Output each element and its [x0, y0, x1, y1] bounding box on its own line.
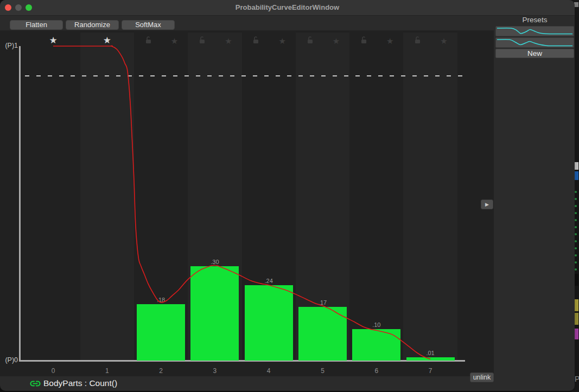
background-dot: [575, 212, 577, 214]
grid-column-band: [349, 33, 403, 361]
bar-value-label: .18: [145, 297, 177, 303]
star-icon[interactable]: ★: [382, 36, 398, 46]
background-fragment: [574, 329, 578, 339]
bar-value-label: .10: [360, 322, 393, 328]
star-icon[interactable]: ★: [328, 36, 345, 46]
lock-icon[interactable]: [414, 36, 421, 46]
background-dot: [575, 219, 577, 221]
probability-bar[interactable]: [352, 329, 400, 361]
background-dot: [575, 247, 577, 249]
x-tick-label: 0: [42, 367, 64, 375]
grid-column-band: [403, 33, 457, 361]
bar-value-label: .24: [252, 278, 285, 284]
bar-value-label: .01: [414, 350, 447, 356]
bar-value-label: .30: [199, 259, 231, 265]
probability-bar[interactable]: [137, 304, 185, 361]
background-fragment: [574, 2, 578, 7]
preset-curve-thumbnail: [496, 38, 574, 47]
y-axis-bottom-label: (P)0: [0, 356, 18, 364]
pinned-star-icon[interactable]: ★: [45, 36, 61, 45]
star-icon[interactable]: ★: [274, 36, 290, 46]
probability-bar[interactable]: [245, 285, 293, 361]
preset-curve-button-2[interactable]: [495, 37, 574, 48]
grid-column-band: [26, 33, 80, 361]
star-icon[interactable]: ★: [436, 36, 452, 46]
background-fragment: [574, 274, 578, 286]
window-title: ProbabilityCurveEditorWindow: [0, 0, 575, 15]
presets-title: Presets: [495, 16, 574, 24]
randomize-button[interactable]: Randomize: [66, 20, 119, 30]
desktop: P ProbabilityCurveEditorWindow Flatten R…: [0, 0, 579, 392]
y-axis-top-label: (P)1: [0, 42, 18, 49]
background-dot: [575, 261, 577, 264]
x-tick-label: 3: [204, 367, 226, 375]
background-dot: [575, 240, 577, 242]
x-tick-label: 7: [419, 367, 441, 375]
probability-chart-canvas[interactable]: ▶ (P)1(P)001234567.18.30.24.17.10.01★★★★…: [0, 30, 494, 376]
lock-icon[interactable]: [145, 36, 152, 46]
x-tick-label: 5: [312, 367, 334, 375]
new-preset-button[interactable]: New: [495, 49, 574, 58]
unlink-button[interactable]: unlink: [470, 372, 494, 382]
expand-arrow-button[interactable]: ▶: [481, 200, 493, 209]
link-icon: [30, 380, 41, 388]
background-fragment: [574, 171, 578, 180]
play-arrow-icon: ▶: [485, 202, 489, 207]
background-dot: [575, 254, 577, 256]
lock-icon[interactable]: [360, 36, 367, 46]
grid-column-band: [80, 33, 134, 361]
background-dot: [575, 268, 577, 271]
bar-value-label: .17: [307, 299, 339, 306]
preset-curve-button-1[interactable]: [495, 26, 574, 36]
y-axis-line: [19, 46, 21, 361]
probability-bar[interactable]: [298, 307, 347, 361]
star-icon[interactable]: ★: [220, 36, 237, 46]
x-tick-label: 4: [258, 367, 279, 375]
background-dot: [575, 205, 577, 207]
lock-icon[interactable]: [199, 36, 206, 46]
star-icon[interactable]: ★: [167, 36, 183, 46]
distribution-binding[interactable]: BodyParts : Count(): [30, 378, 117, 389]
background-dot: [575, 198, 577, 200]
background-dot: [575, 233, 577, 235]
x-tick-label: 6: [366, 367, 387, 375]
lock-icon[interactable]: [252, 36, 259, 46]
title-bar[interactable]: ProbabilityCurveEditorWindow: [0, 0, 575, 16]
background-partial-text: P: [575, 375, 579, 383]
pinned-star-icon[interactable]: ★: [99, 36, 115, 45]
probability-one-dashed-line: [25, 75, 462, 76]
softmax-button[interactable]: SoftMax: [122, 20, 175, 30]
lock-icon[interactable]: [307, 36, 314, 46]
preset-curve-thumbnail: [496, 27, 574, 36]
background-fragment: [574, 299, 578, 311]
probability-bar[interactable]: [406, 357, 455, 361]
binding-label: BodyParts : Count(): [43, 378, 117, 388]
background-fragment: [574, 313, 578, 325]
background-dot: [575, 226, 577, 228]
background-fragment: [574, 162, 578, 170]
flatten-button[interactable]: Flatten: [10, 20, 63, 30]
probability-curve-editor-window: ProbabilityCurveEditorWindow Flatten Ran…: [0, 0, 575, 391]
x-tick-label: 1: [96, 367, 118, 375]
x-tick-label: 2: [150, 367, 172, 375]
background-dot: [575, 191, 577, 193]
probability-bar[interactable]: [190, 266, 239, 361]
